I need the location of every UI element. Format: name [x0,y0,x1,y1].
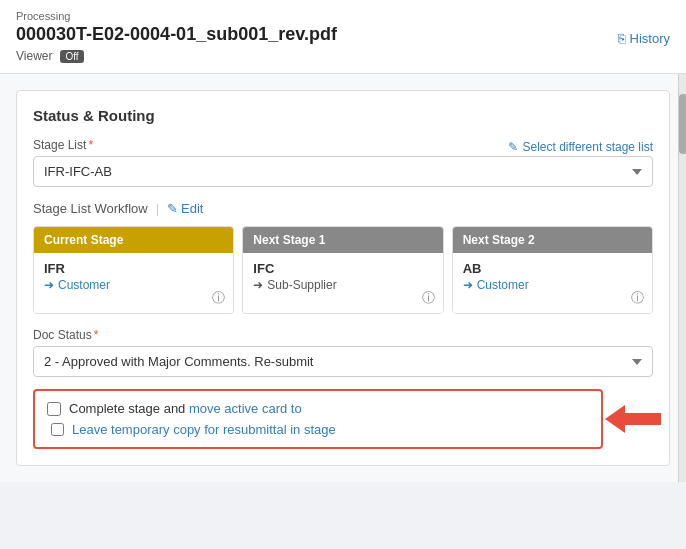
next-stage-2-card: Next Stage 2 AB ➜ Customer ⓘ [452,226,653,314]
workflow-divider: | [156,201,159,216]
red-arrow [605,405,661,433]
next-stage-2-name: AB [463,261,642,276]
main-content: Status & Routing Stage List * ✎ Select d… [0,74,686,482]
processing-label: Processing [16,10,670,22]
header: Processing 000030T-E02-0004-01_sub001_re… [0,0,686,74]
sub-checkbox-row: Leave temporary copy for resubmittal in … [51,422,589,437]
routing-arrow-icon: ➜ [44,278,54,292]
pencil-icon: ✎ [508,140,518,154]
status-routing-card: Status & Routing Stage List * ✎ Select d… [16,90,670,466]
routing-arrow-icon-1: ➜ [253,278,263,292]
routing-arrow-icon-2: ➜ [463,278,473,292]
doc-status-select[interactable]: 2 - Approved with Major Comments. Re-sub… [33,346,653,377]
next-stage-1-name: IFC [253,261,432,276]
current-stage-body: IFR ➜ Customer ⓘ [34,253,233,313]
edit-label: Edit [181,201,203,216]
checkbox-area: Complete stage and move active card to L… [33,389,603,449]
checkbox-container: Complete stage and move active card to L… [33,389,603,449]
required-star: * [88,138,93,152]
viewer-status-badge: Off [60,50,83,63]
next-stage-2-body: AB ➜ Customer ⓘ [453,253,652,313]
next-stage-2-header: Next Stage 2 [453,227,652,253]
complete-stage-checkbox[interactable] [47,402,61,416]
select-different-label: Select different stage list [522,140,653,154]
stages-row: Current Stage IFR ➜ Customer ⓘ Next Stag… [33,226,653,314]
info-icon-next1[interactable]: ⓘ [422,289,435,307]
workflow-label: Stage List Workflow [33,201,148,216]
edit-link[interactable]: ✎ Edit [167,201,203,216]
stage-list-row: Stage List * ✎ Select different stage li… [33,138,653,156]
arrow-head [605,405,625,433]
next-stage-1-body: IFC ➜ Sub-Supplier ⓘ [243,253,442,313]
history-label: History [630,31,670,46]
doc-title: 000030T-E02-0004-01_sub001_rev.pdf [16,24,670,45]
next-stage-2-routing: ➜ Customer [463,278,642,292]
scrollbar-thumb[interactable] [679,94,686,154]
doc-status-label: Doc Status * [33,328,653,342]
next-stage-1-header: Next Stage 1 [243,227,442,253]
checkbox-row-1: Complete stage and move active card to [47,401,589,416]
current-stage-name: IFR [44,261,223,276]
stage-list-select[interactable]: IFR-IFC-AB [33,156,653,187]
current-stage-header: Current Stage [34,227,233,253]
stage-list-label: Stage List * [33,138,93,152]
viewer-label: Viewer [16,49,52,63]
leave-temp-copy-label: Leave temporary copy for resubmittal in … [72,422,336,437]
current-stage-card: Current Stage IFR ➜ Customer ⓘ [33,226,234,314]
doc-status-section: Doc Status * 2 - Approved with Major Com… [33,328,653,377]
scrollbar-track[interactable] [678,74,686,482]
info-icon-current[interactable]: ⓘ [212,289,225,307]
leave-temp-copy-checkbox[interactable] [51,423,64,436]
select-different-link[interactable]: ✎ Select different stage list [508,140,653,154]
info-icon-next2[interactable]: ⓘ [631,289,644,307]
edit-pencil-icon: ✎ [167,201,178,216]
workflow-header: Stage List Workflow | ✎ Edit [33,201,653,216]
history-button[interactable]: ⎘ History [618,31,670,46]
next-stage-1-card: Next Stage 1 IFC ➜ Sub-Supplier ⓘ [242,226,443,314]
next-stage-1-routing: ➜ Sub-Supplier [253,278,432,292]
arrow-shaft [625,413,661,425]
doc-status-required-star: * [94,328,99,342]
section-title: Status & Routing [33,107,653,124]
complete-stage-label: Complete stage and move active card to [69,401,302,416]
current-stage-routing: ➜ Customer [44,278,223,292]
clock-icon: ⎘ [618,31,626,46]
